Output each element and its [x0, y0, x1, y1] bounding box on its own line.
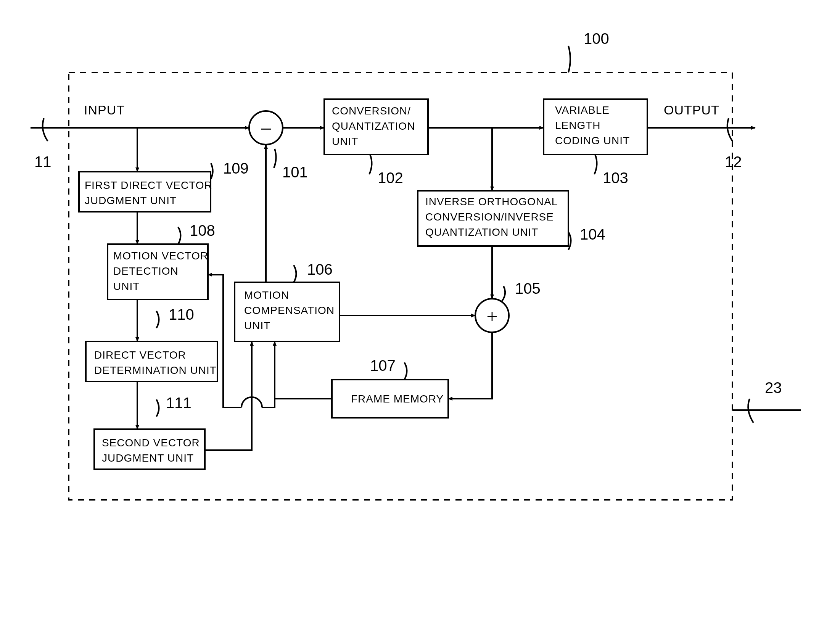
b108-l1: MOTION VECTOR	[113, 250, 208, 262]
plus-icon: +	[486, 306, 497, 327]
b106-l3: UNIT	[244, 320, 270, 332]
ref-23: 23	[765, 379, 782, 396]
output-label: OUTPUT	[664, 103, 719, 117]
b103-l1: VARIABLE	[555, 104, 610, 116]
b102-l1: CONVERSION/	[332, 105, 411, 117]
minus-icon: −	[260, 117, 272, 141]
b103-l2: LENGTH	[555, 119, 601, 131]
ref-110: 110	[169, 306, 194, 323]
ref-104: 104	[580, 226, 605, 243]
b104-l2: CONVERSION/INVERSE	[425, 211, 554, 223]
b110-l2: DETERMINATION UNIT	[94, 364, 217, 376]
ref-103: 103	[603, 169, 628, 186]
ref-108: 108	[190, 222, 215, 239]
b108-l2: DETECTION	[113, 265, 179, 277]
b110-l1: DIRECT VECTOR	[94, 349, 186, 361]
ref-105: 105	[515, 280, 541, 297]
b109-l2: JUDGMENT UNIT	[85, 195, 177, 206]
b107-l1: FRAME MEMORY	[351, 393, 444, 405]
ref-102: 102	[378, 169, 403, 186]
b106-l1: MOTION	[244, 289, 289, 301]
b106-l2: COMPENSATION	[244, 304, 335, 316]
b104-l1: INVERSE ORTHOGONAL	[425, 196, 558, 208]
b102-l3: UNIT	[332, 135, 358, 147]
ref-107: 107	[370, 357, 396, 374]
b104-l3: QUANTIZATION UNIT	[425, 226, 538, 238]
ref-100: 100	[584, 30, 609, 47]
b109-l1: FIRST DIRECT VECTOR	[85, 179, 212, 191]
block-diagram: 100 CONVERSION/ QUANTIZATION UNIT VARIAB…	[0, 0, 840, 623]
ref-12: 12	[725, 153, 742, 170]
ref-101: 101	[282, 164, 308, 180]
input-label: INPUT	[84, 103, 125, 117]
ref-109: 109	[223, 160, 249, 177]
ref-106: 106	[307, 261, 333, 278]
b102-l2: QUANTIZATION	[332, 120, 415, 132]
ref-111: 111	[166, 394, 191, 411]
b103-l3: CODING UNIT	[555, 135, 630, 146]
b111-l2: JUDGMENT UNIT	[102, 452, 194, 464]
ref-11: 11	[34, 153, 51, 170]
b108-l3: UNIT	[113, 280, 140, 292]
b111-l1: SECOND VECTOR	[102, 437, 200, 449]
